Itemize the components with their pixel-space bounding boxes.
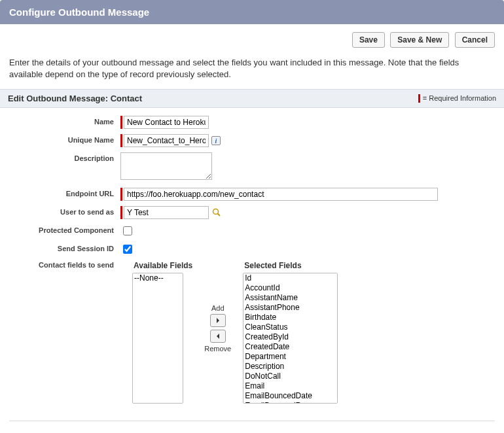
required-marker [120, 134, 122, 147]
protected-component-checkbox[interactable] [123, 226, 132, 235]
add-button[interactable] [210, 314, 226, 327]
page-header: Configure Outbound Message [0, 0, 504, 24]
contact-fields-label: Contact fields to send [9, 261, 120, 269]
user-to-send-as-input[interactable] [124, 206, 209, 219]
svg-point-0 [213, 209, 219, 215]
endpoint-url-label: Endpoint URL [9, 188, 120, 198]
section-header: Edit Outbound Message: Contact = Require… [0, 89, 504, 108]
name-label: Name [9, 116, 120, 126]
available-fields-select[interactable]: --None-- [132, 273, 183, 404]
section-title: Edit Outbound Message: Contact [8, 94, 142, 103]
required-marker [120, 188, 122, 201]
save-and-new-button[interactable]: Save & New [390, 32, 449, 48]
selected-fields-title: Selected Fields [243, 261, 338, 270]
selected-option[interactable]: Birthdate [243, 313, 337, 322]
required-indicator-icon [418, 94, 420, 103]
selected-option[interactable]: AccountId [243, 283, 337, 293]
send-session-id-checkbox[interactable] [123, 245, 132, 254]
arrow-right-icon [215, 317, 221, 324]
description-textarea[interactable] [120, 152, 212, 180]
form-area: Name Unique Name i Description Endpoint … [0, 108, 504, 421]
selected-option[interactable]: CreatedDate [243, 342, 337, 352]
required-marker [120, 116, 122, 129]
arrow-left-icon [215, 333, 221, 339]
selected-option[interactable]: EmailBouncedReason [243, 401, 337, 404]
user-to-send-as-label: User to send as [9, 206, 120, 216]
lookup-icon[interactable] [211, 207, 222, 218]
unique-name-label: Unique Name [9, 134, 120, 144]
page-title: Configure Outbound Message [9, 7, 149, 18]
endpoint-url-input[interactable] [124, 188, 438, 201]
selected-option[interactable]: Email [243, 381, 337, 391]
add-label: Add [211, 304, 225, 312]
available-option[interactable]: --None-- [133, 273, 183, 283]
selected-option[interactable]: DoNotCall [243, 372, 337, 381]
svg-line-1 [218, 214, 221, 217]
selected-option[interactable]: AssistantPhone [243, 303, 337, 313]
remove-label: Remove [204, 345, 231, 353]
selected-option[interactable]: EmailBouncedDate [243, 391, 337, 401]
cancel-button[interactable]: Cancel [455, 32, 495, 48]
save-button[interactable]: Save [352, 32, 385, 48]
multiselect-area: Available Fields --None-- Add Remove [132, 261, 338, 404]
selected-option[interactable]: Id [243, 273, 337, 283]
selected-option[interactable]: CleanStatus [243, 322, 337, 332]
available-fields-title: Available Fields [132, 261, 192, 270]
intro-text: Enter the details of your outbound messa… [0, 52, 504, 89]
info-icon[interactable]: i [211, 136, 221, 145]
selected-fields-select[interactable]: IdAccountIdAssistantNameAssistantPhoneBi… [243, 273, 338, 404]
name-input[interactable] [124, 116, 209, 129]
selected-option[interactable]: AssistantName [243, 293, 337, 303]
required-marker [120, 206, 122, 219]
remove-button[interactable] [210, 330, 226, 343]
protected-component-label: Protected Component [9, 224, 120, 234]
unique-name-input[interactable] [124, 134, 209, 147]
action-button-row: Save Save & New Cancel [0, 24, 504, 52]
selected-option[interactable]: Department [243, 352, 337, 362]
selected-option[interactable]: CreatedById [243, 332, 337, 342]
required-info: = Required Information [418, 94, 496, 103]
selected-option[interactable]: Description [243, 362, 337, 372]
footer-divider [9, 421, 495, 421]
description-label: Description [9, 152, 120, 162]
required-info-text: = Required Information [423, 94, 496, 102]
send-session-id-label: Send Session ID [9, 243, 120, 252]
